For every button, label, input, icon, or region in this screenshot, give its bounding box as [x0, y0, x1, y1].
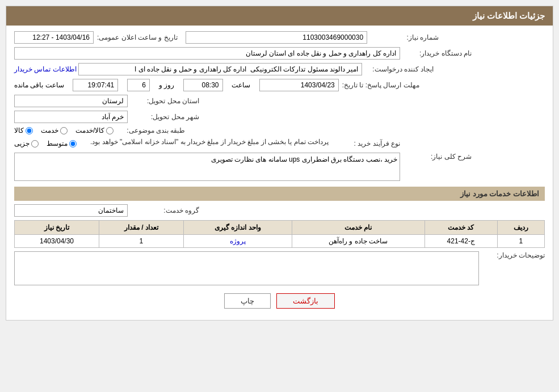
- category-row: طبقه بندی موضوعی: کالا/خدمت خدمت کالا: [14, 127, 545, 134]
- service-info-section-title: اطلاعات خدمات مورد نیاز: [14, 187, 545, 201]
- col-quantity: تعداد / مقدار: [99, 221, 184, 235]
- category-radio-goods[interactable]: [26, 127, 33, 134]
- creator-input: [78, 63, 362, 75]
- col-row-number: ردیف: [497, 221, 544, 235]
- buyer-org-label: نام دستگاه خریدار:: [404, 49, 472, 57]
- city-input: [14, 111, 128, 123]
- response-days-input: [127, 79, 150, 91]
- page-title: جزئیات اطلاعات نیاز: [473, 11, 545, 20]
- response-remaining-label: ساعت باقی مانده: [14, 81, 64, 89]
- city-row: شهر محل تحویل:: [14, 111, 545, 123]
- purchase-type-row: نوع فرآیند خرید : پرداخت تمام یا بخشی از…: [14, 138, 545, 149]
- back-button[interactable]: بازگشت: [276, 293, 335, 309]
- purchase-type-option-medium[interactable]: متوسط: [47, 140, 77, 147]
- need-number-label: شماره نیاز:: [371, 33, 439, 41]
- table-row: 1 ج-42-421 ساخت جاده و راه‌آهن پروژه 1 1…: [15, 235, 545, 248]
- cell-quantity: 1: [99, 235, 184, 248]
- col-date: تاریخ نیاز: [15, 221, 99, 235]
- buyer-org-row: نام دستگاه خریدار:: [14, 47, 545, 60]
- service-group-input: [14, 204, 128, 217]
- service-group-row: گروه خدمت:: [14, 204, 545, 217]
- creator-label: ایجاد کننده درخواست:: [365, 65, 434, 73]
- creator-row: ایجاد کننده درخواست: اطلاعات تماس خریدار: [14, 63, 545, 75]
- response-deadline-label: مهلت ارسال پاسخ: تا تاریخ:: [342, 81, 419, 89]
- need-description-row: شرح کلی نیاز: خرید ،نصب دستگاه برق اضطرا…: [14, 153, 545, 181]
- province-label: استان محل تحویل:: [131, 97, 199, 105]
- cell-unit[interactable]: پروژه: [183, 235, 292, 248]
- response-remaining-input: [73, 79, 118, 91]
- purchase-type-label: نوع فرآیند خرید :: [332, 140, 400, 147]
- table-header-row: ردیف کد خدمت نام خدمت واحد اندازه گیری ت…: [15, 221, 545, 235]
- announce-date-input: [14, 31, 94, 44]
- response-days-label: روز و: [159, 81, 174, 89]
- col-unit: واحد اندازه گیری: [183, 221, 292, 235]
- category-radio-group: کالا/خدمت خدمت کالا: [14, 127, 114, 134]
- category-radio-service[interactable]: [60, 127, 68, 134]
- city-label: شهر محل تحویل:: [131, 113, 199, 121]
- purchase-type-radio-medium[interactable]: [69, 140, 77, 147]
- purchase-type-option-minor[interactable]: جزیی: [14, 140, 39, 147]
- announce-date-label: تاریخ و ساعت اعلان عمومی:: [97, 33, 178, 41]
- buyer-desc-textarea[interactable]: [14, 251, 479, 285]
- category-option-goods-service[interactable]: کالا/خدمت: [75, 127, 114, 134]
- need-number-input: [186, 31, 367, 44]
- category-radio-goods-service[interactable]: [106, 127, 114, 134]
- buyer-desc-row: توضیحات خریدار:: [14, 251, 545, 285]
- province-row: استان محل تحویل:: [14, 95, 545, 107]
- category-option-service[interactable]: خدمت: [41, 127, 68, 134]
- page-header: جزئیات اطلاعات نیاز: [6, 6, 553, 26]
- need-description-label: شرح کلی نیاز:: [404, 153, 472, 161]
- creator-contact-link[interactable]: اطلاعات تماس خریدار: [14, 65, 77, 73]
- need-description-textarea[interactable]: خرید ،نصب دستگاه برق اضطراری ups سامانه …: [14, 153, 400, 181]
- print-button[interactable]: چاپ: [224, 293, 271, 309]
- purchase-type-radio-group: پرداخت تمام یا بخشی از مبلغ خریدار از مب…: [14, 138, 329, 149]
- cell-service-code: ج-42-421: [424, 235, 497, 248]
- action-buttons: بازگشت چاپ: [14, 293, 545, 309]
- cell-service-name: ساخت جاده و راه‌آهن: [292, 235, 424, 248]
- province-input: [14, 95, 128, 107]
- purchase-notice: پرداخت تمام یا بخشی از مبلغ خریدار از مب…: [90, 138, 329, 146]
- cell-row-number: 1: [497, 235, 544, 248]
- response-time-label: ساعت: [232, 81, 250, 89]
- buyer-desc-label: توضیحات خریدار:: [482, 251, 545, 259]
- category-label: طبقه بندی موضوعی:: [117, 127, 185, 134]
- category-option-goods[interactable]: کالا: [14, 127, 33, 134]
- response-date-input: [259, 79, 339, 91]
- response-deadline-row: مهلت ارسال پاسخ: تا تاریخ: ساعت روز و سا…: [14, 79, 545, 91]
- need-number-row: شماره نیاز: تاریخ و ساعت اعلان عمومی:: [14, 31, 545, 44]
- service-group-label: گروه خدمت:: [131, 206, 199, 214]
- purchase-type-radio-minor[interactable]: [31, 140, 39, 147]
- response-time-input: [183, 79, 223, 91]
- services-table: ردیف کد خدمت نام خدمت واحد اندازه گیری ت…: [14, 220, 545, 248]
- col-service-name: نام خدمت: [292, 221, 424, 235]
- col-service-code: کد خدمت: [424, 221, 497, 235]
- cell-date: 1403/04/30: [15, 235, 99, 248]
- buyer-org-input: [14, 47, 400, 60]
